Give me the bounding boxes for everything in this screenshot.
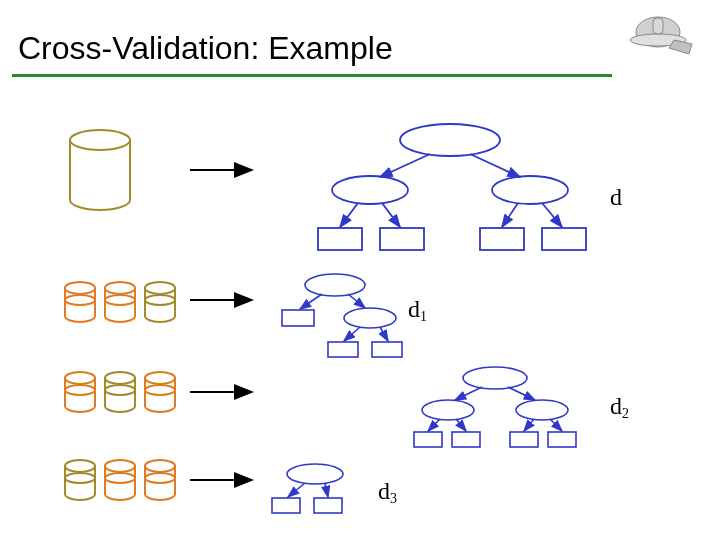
svg-point-20 [105, 295, 135, 305]
row3 [65, 367, 576, 447]
svg-line-26 [300, 294, 322, 309]
cylinder-small [145, 282, 175, 322]
cylinder-small [145, 372, 175, 412]
svg-point-37 [145, 385, 175, 395]
cylinder-small [65, 282, 95, 322]
cylinder-small [145, 460, 175, 500]
svg-line-7 [380, 154, 430, 177]
svg-point-53 [105, 460, 135, 472]
tree-large [318, 124, 586, 250]
svg-rect-45 [510, 432, 538, 447]
svg-point-23 [305, 274, 365, 296]
cylinder-small [65, 460, 95, 500]
cylinder-small [105, 282, 135, 322]
svg-rect-10 [380, 228, 424, 250]
svg-line-14 [382, 203, 400, 227]
svg-point-21 [145, 282, 175, 294]
svg-line-27 [348, 294, 365, 308]
svg-point-51 [65, 460, 95, 472]
svg-line-49 [524, 419, 534, 431]
svg-point-33 [65, 385, 95, 395]
cylinder-small [105, 372, 135, 412]
svg-line-60 [288, 483, 305, 497]
svg-line-42 [508, 387, 535, 400]
tree-d3 [272, 464, 343, 513]
tree-d1 [282, 274, 402, 357]
svg-point-56 [145, 473, 175, 483]
svg-point-5 [332, 176, 408, 204]
svg-line-47 [428, 419, 440, 431]
svg-line-8 [470, 154, 520, 177]
svg-rect-46 [548, 432, 576, 447]
svg-point-52 [65, 473, 95, 483]
svg-point-40 [516, 400, 568, 420]
svg-rect-29 [372, 342, 402, 357]
diagram-canvas [0, 0, 720, 540]
svg-line-31 [380, 327, 388, 341]
svg-point-57 [287, 464, 343, 484]
svg-rect-59 [314, 498, 342, 513]
cylinder-small [65, 372, 95, 412]
svg-point-22 [145, 295, 175, 305]
svg-point-25 [344, 308, 396, 328]
svg-line-15 [502, 203, 518, 227]
svg-rect-44 [452, 432, 480, 447]
cylinder-small [105, 460, 135, 500]
svg-line-48 [456, 419, 466, 431]
svg-line-13 [340, 203, 358, 227]
svg-rect-58 [272, 498, 300, 513]
svg-point-36 [145, 372, 175, 384]
svg-point-18 [65, 295, 95, 305]
svg-line-50 [550, 419, 562, 431]
svg-rect-24 [282, 310, 314, 326]
svg-rect-43 [414, 432, 442, 447]
svg-point-39 [422, 400, 474, 420]
row1 [70, 124, 586, 250]
svg-point-17 [65, 282, 95, 294]
svg-point-34 [105, 372, 135, 384]
row4 [65, 460, 343, 513]
svg-point-54 [105, 473, 135, 483]
svg-rect-12 [542, 228, 586, 250]
svg-rect-9 [318, 228, 362, 250]
svg-point-32 [65, 372, 95, 384]
svg-line-16 [542, 203, 562, 227]
tree-d2 [414, 367, 576, 447]
svg-rect-11 [480, 228, 524, 250]
svg-point-4 [400, 124, 500, 156]
svg-point-38 [463, 367, 527, 389]
svg-line-61 [325, 483, 328, 497]
svg-point-19 [105, 282, 135, 294]
svg-point-6 [492, 176, 568, 204]
svg-line-30 [344, 327, 360, 341]
svg-point-55 [145, 460, 175, 472]
row2 [65, 274, 402, 357]
svg-point-3 [70, 130, 130, 150]
svg-rect-28 [328, 342, 358, 357]
svg-point-35 [105, 385, 135, 395]
svg-line-41 [455, 387, 482, 400]
cylinder-large [70, 130, 130, 210]
